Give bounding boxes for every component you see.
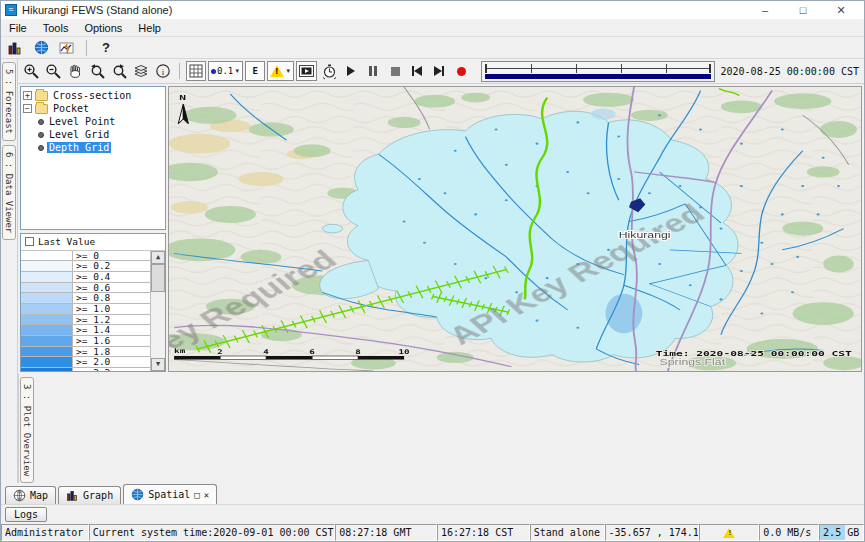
right-dock-tabs: 3 : Plot Overview (18, 374, 35, 483)
globe-icon (131, 488, 144, 501)
tab-graph-label: Graph (83, 490, 113, 501)
logs-tab[interactable]: Logs (5, 507, 47, 522)
zoom-in-icon[interactable] (21, 61, 41, 81)
pan-hand-icon[interactable] (65, 61, 85, 81)
skip-to-end-button[interactable] (429, 61, 449, 81)
content-area: + Cross-section − Pocket Level P (18, 84, 864, 374)
collapse-icon[interactable]: − (23, 104, 32, 113)
time-slider-range-bar (485, 74, 710, 79)
tab-graph[interactable]: Graph (58, 486, 121, 504)
scrollbar-track[interactable] (151, 264, 165, 358)
help-question-icon: ? (102, 40, 110, 55)
animation-timer-icon[interactable] (319, 61, 339, 81)
stop-button[interactable] (385, 61, 405, 81)
menu-bar: File Tools Options Help (1, 19, 864, 37)
main-toolbar: ? (1, 37, 864, 59)
toolbar-separator (86, 40, 87, 56)
labels-toggle-button[interactable]: E (245, 61, 265, 81)
close-button[interactable]: ✕ (822, 2, 860, 19)
town-label: Hikurangi (619, 230, 671, 240)
help-button[interactable]: ? (95, 38, 117, 58)
grid-display-button[interactable] (186, 61, 206, 81)
scroll-down-icon[interactable]: ▼ (151, 358, 165, 371)
spatial-display-icon[interactable] (30, 38, 52, 58)
timeseries-display-icon[interactable] (56, 38, 78, 58)
window-controls: – □ ✕ (746, 2, 860, 19)
time-slider[interactable] (481, 61, 714, 82)
status-mode: Stand alone (530, 524, 605, 541)
legend-row[interactable]: >= 2.2 (21, 368, 150, 371)
last-value-checkbox[interactable] (25, 237, 34, 246)
display-tabs: Map Graph Spatial □ ✕ (1, 483, 864, 504)
animation-export-button[interactable] (296, 61, 317, 81)
zoom-previous-icon[interactable] (87, 61, 107, 81)
logs-bar: Logs (1, 504, 864, 524)
scrollbar-thumb[interactable] (151, 264, 165, 292)
tree-node-cross-section[interactable]: + Cross-section (23, 89, 165, 102)
tree-node-label: Pocket (51, 103, 91, 114)
bullet-icon (38, 119, 44, 125)
zoom-out-icon[interactable] (43, 61, 63, 81)
legend-panel: Last Value >= 0>= 0.2>= 0.4>= 0.6>= 0.8>… (20, 233, 166, 372)
legend-scrollbar[interactable]: ▲ ▼ (151, 251, 165, 371)
status-alerts[interactable] (699, 524, 759, 541)
folder-icon (35, 104, 48, 114)
tab-forecast[interactable]: 5 : Forecast (2, 62, 16, 141)
tab-maximize-icon[interactable]: □ (194, 490, 199, 500)
tree-node-pocket[interactable]: − Pocket (23, 102, 165, 115)
legend-color-swatch (21, 283, 73, 293)
title-bar: ≈ Hikurangi FEWS (Stand alone) – □ ✕ (1, 1, 864, 19)
tab-data-viewer[interactable]: 6 : Data Viewer (2, 145, 16, 240)
map-view[interactable]: API Key Required API Key Required Hikura… (168, 86, 862, 372)
menu-help[interactable]: Help (130, 21, 169, 35)
status-system-time: Current system time:2020-09-01 00:00 CST (89, 524, 335, 541)
tab-close-icon[interactable]: ✕ (204, 490, 209, 500)
zoom-next-icon[interactable] (109, 61, 129, 81)
status-gmt-time: 08:27:18 GMT (335, 524, 437, 541)
legend-header: Last Value (21, 234, 165, 251)
legend-color-swatch (21, 336, 73, 346)
bar-chart-icon (66, 489, 79, 502)
forecast-manager-icon[interactable] (4, 38, 26, 58)
label-letter: E (253, 66, 258, 76)
maximize-button[interactable]: □ (784, 2, 822, 19)
legend-value-label: >= 1.4 (73, 325, 150, 335)
status-memory-gauge: 2.5 GB (819, 524, 864, 541)
play-button[interactable] (341, 61, 361, 81)
legend-color-swatch (21, 272, 73, 282)
skip-to-start-button[interactable] (407, 61, 427, 81)
menu-file[interactable]: File (1, 21, 35, 35)
folder-icon (35, 91, 48, 101)
scroll-up-icon[interactable]: ▲ (151, 251, 165, 264)
map-canvas[interactable]: API Key Required API Key Required Hikura… (169, 87, 861, 371)
info-icon[interactable]: i (153, 61, 173, 81)
classification-dropdown[interactable]: 0.1 ▼ (208, 61, 243, 81)
minimize-button[interactable]: – (746, 2, 784, 19)
legend-body: >= 0>= 0.2>= 0.4>= 0.6>= 0.8>= 1.0>= 1.2… (21, 251, 165, 371)
layers-icon[interactable] (131, 61, 151, 81)
legend-value-label: >= 0.8 (73, 293, 150, 303)
svg-text:km: km (174, 348, 185, 355)
expand-icon[interactable]: + (23, 91, 32, 100)
warning-triangle-icon (723, 528, 735, 538)
status-local-time: 16:27:18 CST (437, 524, 530, 541)
svg-text:10: 10 (399, 348, 410, 355)
menu-options[interactable]: Options (76, 21, 130, 35)
pause-button[interactable] (363, 61, 383, 81)
legend-value-label: >= 2.0 (73, 357, 150, 367)
thresholds-dropdown[interactable]: ▼ (267, 61, 294, 81)
tab-map[interactable]: Map (5, 486, 56, 504)
class-dot-icon (211, 69, 216, 74)
tab-spatial[interactable]: Spatial □ ✕ (123, 484, 217, 504)
map-toolbar: i 0.1 ▼ E ▼ (18, 59, 864, 84)
tree-node-level-point[interactable]: Level Point (23, 115, 165, 128)
status-coordinates: -35.657 , 174.199 (605, 524, 700, 541)
tree-node-level-grid[interactable]: Level Grid (23, 128, 165, 141)
tree-node-depth-grid[interactable]: Depth Grid (23, 141, 165, 154)
record-button[interactable] (451, 61, 471, 81)
time-slider-track[interactable] (485, 64, 710, 73)
menu-tools[interactable]: Tools (35, 21, 77, 35)
legend-color-swatch (21, 261, 73, 271)
tab-plot-overview[interactable]: 3 : Plot Overview (20, 377, 34, 483)
tab-map-label: Map (30, 490, 48, 501)
